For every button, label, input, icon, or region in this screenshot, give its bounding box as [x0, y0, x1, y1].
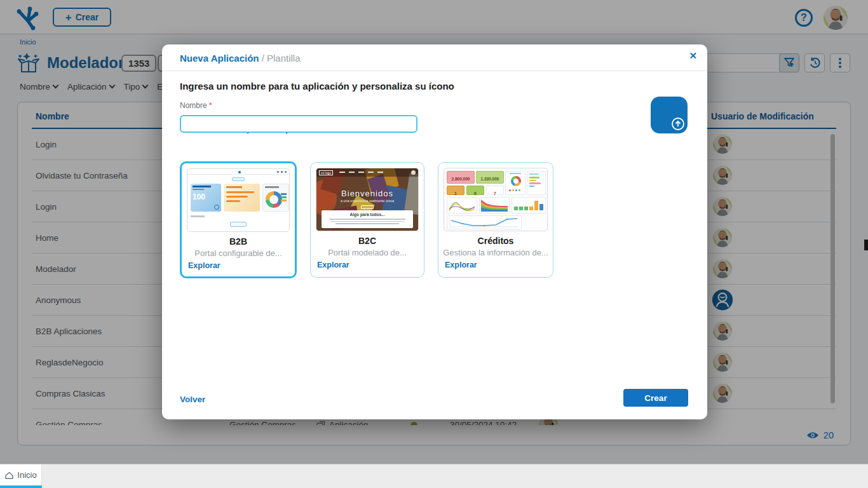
template-description: Portal modelado de...	[311, 248, 424, 257]
explore-link[interactable]: Explorar	[317, 261, 424, 269]
b2c-headline: Bienvenidos	[316, 189, 418, 198]
explore-link[interactable]: Explorar	[188, 261, 295, 270]
home-icon	[4, 471, 14, 480]
application-name-input[interactable]	[180, 115, 417, 133]
explore-link[interactable]: Explorar	[445, 261, 553, 269]
creditos-kpi3: 1	[454, 191, 457, 196]
bottom-tab-bar: Inicio	[0, 464, 868, 488]
template-title: B2B	[182, 236, 295, 247]
template-description: Gestiona la información de...	[438, 248, 553, 257]
template-card-creditos[interactable]: 2.800.000 1.330.000	[438, 162, 553, 278]
modal-heading: Ingresa un nombre para tu aplicación y p…	[180, 81, 689, 92]
modal-subtitle: Plantilla	[267, 53, 301, 64]
template-thumbnail-b2b: 100	[187, 168, 290, 232]
mouse-cursor	[864, 240, 868, 250]
app-screen: + Crear ? Inicio Modelador 1353	[0, 0, 868, 488]
creditos-kpi2: 1.330.000	[481, 177, 499, 181]
modal-title-row: Nueva Aplicación / Plantilla	[162, 44, 707, 64]
close-icon[interactable]: ✕	[689, 50, 697, 62]
active-tab-underline	[0, 485, 42, 488]
modal-create-button[interactable]: Crear	[623, 389, 688, 407]
required-asterisk: *	[209, 101, 212, 110]
template-thumbnail-b2c: mi logo Bienvenidos a una experiencia re…	[316, 168, 419, 231]
app-icon-preview[interactable]	[651, 97, 688, 133]
modal-title: Nueva Aplicación	[180, 53, 259, 64]
b2c-logo: mi logo	[319, 170, 333, 175]
template-description: Portal configurable de...	[182, 248, 295, 258]
creditos-kpi5: 7	[494, 191, 496, 196]
name-field-label: Nombre *	[180, 101, 689, 110]
new-application-modal: Nueva Aplicación / Plantilla ✕ Ingresa u…	[162, 44, 707, 419]
creditos-kpi1: 2.800.000	[452, 177, 470, 181]
template-title: B2C	[311, 236, 424, 246]
b2c-subheadline: a una experiencia realmente única	[316, 199, 418, 203]
template-thumbnail-creditos: 2.800.000 1.330.000	[444, 168, 548, 231]
tab-inicio[interactable]: Inicio	[0, 464, 42, 485]
creditos-kpi4: 0	[474, 191, 477, 196]
back-link[interactable]: Volver	[180, 395, 205, 404]
upload-icon	[671, 117, 685, 131]
b2c-panel-title: Algo para todos...	[322, 212, 413, 217]
template-card-b2b[interactable]: 100	[180, 161, 297, 278]
divider	[162, 71, 707, 71]
b2b-kpi: 100	[193, 193, 219, 201]
tab-label: Inicio	[17, 470, 36, 480]
template-card-b2c[interactable]: mi logo Bienvenidos a una experiencia re…	[310, 162, 424, 278]
template-title: Créditos	[438, 236, 553, 246]
